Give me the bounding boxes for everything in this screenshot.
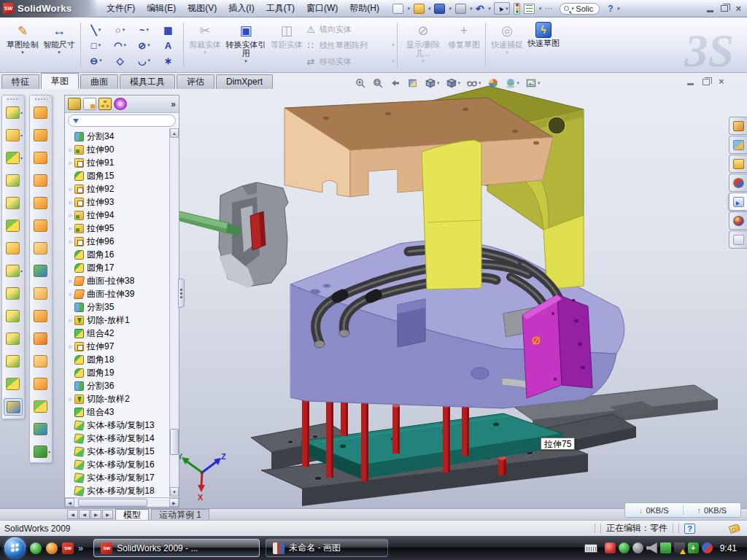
menu-item-0[interactable]: 文件(F) bbox=[101, 0, 141, 17]
save-icon[interactable] bbox=[434, 4, 445, 14]
sketch-tool-circle[interactable]: ○▾ bbox=[108, 23, 132, 38]
menu-item-3[interactable]: 插入(I) bbox=[222, 0, 260, 17]
dropdown-icon[interactable]: ▾ bbox=[147, 58, 150, 63]
part-gray-bracket[interactable] bbox=[219, 182, 288, 288]
toolbar-grip[interactable] bbox=[7, 98, 20, 101]
taskbar-window-1[interactable]: 未命名 - 画图 bbox=[266, 539, 388, 557]
tool-flex[interactable] bbox=[31, 172, 50, 188]
dropdown-icon[interactable]: ▾ bbox=[123, 42, 126, 48]
ribbon-tab-1[interactable]: 草图 bbox=[41, 73, 79, 89]
status-help-icon[interactable]: ? bbox=[684, 524, 695, 534]
part-magenta-block[interactable] bbox=[522, 295, 592, 398]
tray-system-gear-icon[interactable] bbox=[632, 542, 643, 553]
new-document-icon[interactable] bbox=[392, 4, 403, 14]
sketch-tool-arc[interactable]: ◠▾ bbox=[108, 38, 132, 53]
dropdown-icon[interactable]: ▾ bbox=[488, 6, 491, 12]
tree-item-25[interactable]: 实体-移动/复制16 bbox=[67, 458, 179, 471]
tray-network-warning-icon[interactable] bbox=[674, 542, 685, 553]
dropdown-icon[interactable]: ▾ bbox=[98, 42, 101, 48]
prev-tab-icon[interactable]: ◀ bbox=[79, 510, 90, 519]
sketch-button[interactable]: ✎ 草图绘制 ▾ bbox=[4, 20, 41, 71]
ribbon-tab-5[interactable]: DimXpert bbox=[216, 74, 273, 89]
expand-icon[interactable]: ▹ bbox=[67, 159, 74, 166]
sketch-tool-line[interactable]: ╲▾ bbox=[84, 23, 108, 38]
tool-swept-boss[interactable] bbox=[4, 172, 23, 188]
dropdown-icon[interactable]: ▾ bbox=[449, 6, 452, 12]
sketch-tool-rectangle[interactable]: □▾ bbox=[84, 38, 108, 53]
tool-reference-sketch[interactable] bbox=[4, 240, 23, 256]
tool-fillet[interactable]: ▾ bbox=[4, 149, 23, 166]
menu-item-4[interactable]: 工具(T) bbox=[260, 0, 301, 17]
doc-close-icon[interactable]: × bbox=[719, 77, 724, 86]
tree-item-15[interactable]: 组合42 bbox=[67, 327, 179, 340]
tree-item-16[interactable]: ▹拉伸97 bbox=[67, 340, 179, 353]
quicklaunch-expand-icon[interactable]: » bbox=[78, 542, 83, 553]
apply-scene-icon[interactable]: ▾ bbox=[505, 77, 520, 89]
tray-antivirus-icon[interactable] bbox=[605, 542, 616, 553]
last-tab-icon[interactable]: ▶ bbox=[102, 510, 113, 519]
expand-icon[interactable]: ▹ bbox=[67, 211, 74, 219]
minimize-icon[interactable] bbox=[707, 10, 713, 12]
expand-icon[interactable]: ▹ bbox=[67, 238, 74, 245]
zoom-area-icon[interactable] bbox=[372, 77, 384, 89]
tree-item-5[interactable]: ▹拉伸93 bbox=[67, 195, 179, 209]
propertymanager-tab-icon[interactable] bbox=[83, 98, 96, 110]
next-tab-icon[interactable]: ▶ bbox=[90, 510, 101, 519]
sketch-tool-text[interactable]: A bbox=[156, 38, 180, 53]
scroll-down-icon[interactable]: ▼ bbox=[170, 487, 179, 497]
tree-item-6[interactable]: ▹拉伸94 bbox=[67, 209, 179, 222]
tool-boundary-boss[interactable] bbox=[4, 217, 23, 233]
tree-item-24[interactable]: 实体-移动/复制15 bbox=[67, 445, 179, 458]
start-button[interactable] bbox=[4, 537, 26, 559]
tool-planar-surface[interactable] bbox=[31, 217, 50, 233]
sketch-tool-slot[interactable]: ⊖▾ bbox=[84, 53, 108, 69]
dropdown-icon[interactable]: ▾ bbox=[428, 6, 431, 12]
taskpane-tab-appearances-scenes[interactable] bbox=[729, 211, 747, 230]
tree-item-19[interactable]: 分割36 bbox=[67, 379, 179, 392]
expand-icon[interactable]: ▹ bbox=[67, 198, 74, 206]
close-icon[interactable]: × bbox=[735, 4, 741, 13]
tool-ruled-surface[interactable] bbox=[31, 376, 50, 392]
tool-extended-surface[interactable] bbox=[31, 149, 50, 166]
tab-motion-study[interactable]: 运动算例 1 bbox=[151, 509, 209, 520]
tool-lofted-boss[interactable] bbox=[4, 195, 23, 211]
tray-volume-icon[interactable] bbox=[646, 542, 657, 553]
tree-item-23[interactable]: 实体-移动/复制14 bbox=[67, 432, 179, 445]
taskpane-tab-design-library[interactable] bbox=[729, 136, 747, 154]
tree-item-20[interactable]: ▹切除-放样2 bbox=[67, 392, 179, 405]
tray-sync-badge-icon[interactable] bbox=[702, 542, 713, 553]
sketch-tool-point[interactable]: ∗ bbox=[156, 53, 180, 69]
expand-icon[interactable]: ▹ bbox=[67, 146, 74, 153]
previous-view-icon[interactable] bbox=[390, 77, 401, 89]
zoom-fit-icon[interactable] bbox=[355, 77, 366, 89]
tree-item-18[interactable]: 圆角19 bbox=[67, 366, 179, 379]
tree-horizontal-scrollbar[interactable]: ◀ ▶ bbox=[65, 497, 179, 507]
tray-health-icon[interactable]: + bbox=[688, 542, 699, 553]
tray-shield-icon[interactable] bbox=[619, 542, 630, 553]
dimxpertmanager-tab-icon[interactable] bbox=[114, 98, 127, 110]
tree-item-9[interactable]: 圆角16 bbox=[67, 248, 179, 261]
search-input[interactable]: Solic bbox=[576, 4, 593, 13]
expand-icon[interactable]: ▹ bbox=[67, 343, 74, 350]
menu-item-2[interactable]: 视图(V) bbox=[182, 0, 222, 17]
tree-item-26[interactable]: 实体-移动/复制17 bbox=[67, 471, 179, 484]
view-settings-icon[interactable]: ▾ bbox=[525, 77, 541, 89]
tool-measure[interactable] bbox=[4, 398, 23, 416]
help-button[interactable]: ? bbox=[608, 4, 613, 14]
dropdown-icon[interactable]: ▾ bbox=[147, 27, 150, 33]
open-icon[interactable] bbox=[414, 4, 425, 14]
quicklaunch-messenger-icon[interactable] bbox=[30, 542, 42, 554]
dropdown-icon[interactable]: ▾ bbox=[437, 80, 440, 86]
sketch-tool-selection-grid[interactable]: ▦ bbox=[156, 23, 180, 38]
tree-item-10[interactable]: 圆角17 bbox=[67, 261, 179, 274]
dropdown-icon[interactable]: ▾ bbox=[407, 6, 410, 12]
tree-item-17[interactable]: 圆角18 bbox=[67, 353, 179, 366]
smart-dimension-button[interactable]: ↔ 智能尺寸 ▾ bbox=[41, 20, 77, 71]
tool-delete-face[interactable] bbox=[31, 330, 50, 346]
sketch-tool-ellipse[interactable]: ⊘▾ bbox=[132, 38, 156, 53]
scroll-right-icon[interactable]: ▶ bbox=[169, 498, 179, 507]
options-icon[interactable] bbox=[524, 4, 535, 14]
quicklaunch-solidworks-icon[interactable]: SW bbox=[62, 542, 74, 554]
tree-item-22[interactable]: 实体-移动/复制13 bbox=[67, 419, 179, 432]
scroll-up-icon[interactable]: ▲ bbox=[170, 128, 179, 138]
